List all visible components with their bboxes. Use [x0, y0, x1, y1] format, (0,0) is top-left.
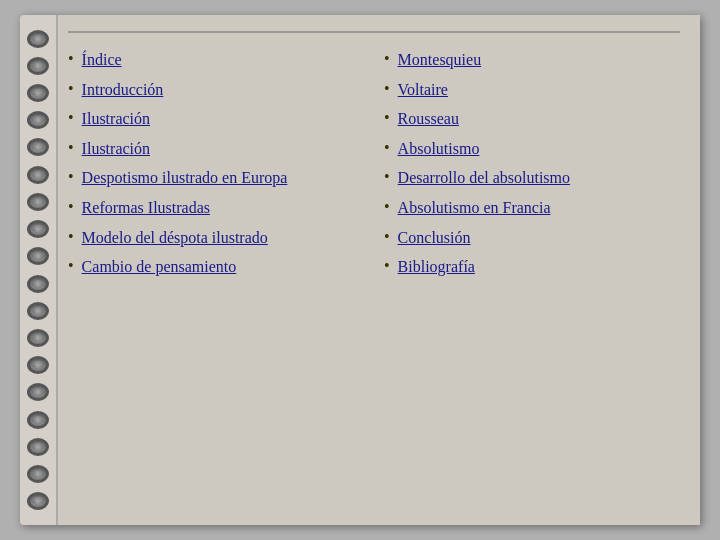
item-label[interactable]: Despotismo ilustrado en Europa [82, 167, 288, 189]
list-item: •Ilustración [68, 138, 364, 160]
item-label[interactable]: Rousseau [398, 108, 459, 130]
item-label[interactable]: Ilustración [82, 138, 150, 160]
spiral-ring [27, 383, 49, 401]
item-label[interactable]: Ilustración [82, 108, 150, 130]
list-item: •Ilustración [68, 108, 364, 130]
list-item: •Reformas Ilustradas [68, 197, 364, 219]
item-label[interactable]: Modelo del déspota ilustrado [82, 227, 268, 249]
spiral-ring [27, 138, 49, 156]
list-item: •Absolutismo en Francia [384, 197, 680, 219]
item-label[interactable]: Bibliografía [398, 256, 475, 278]
bullet-point: • [384, 50, 390, 68]
bullet-point: • [68, 198, 74, 216]
slide: •Índice•Introducción•Ilustración•Ilustra… [20, 15, 700, 525]
bullet-point: • [68, 168, 74, 186]
bullet-point: • [68, 109, 74, 127]
spiral-ring [27, 465, 49, 483]
spiral-ring [27, 302, 49, 320]
bullet-point: • [384, 80, 390, 98]
spiral-ring [27, 57, 49, 75]
item-label[interactable]: Absolutismo en Francia [398, 197, 551, 219]
spiral-ring [27, 275, 49, 293]
spiral-ring [27, 329, 49, 347]
list-item: •Cambio de pensamiento [68, 256, 364, 278]
spiral-ring [27, 411, 49, 429]
bullet-point: • [68, 50, 74, 68]
spiral-ring [27, 30, 49, 48]
list-item: •Conclusión [384, 227, 680, 249]
list-item: •Montesquieu [384, 49, 680, 71]
columns-container: •Índice•Introducción•Ilustración•Ilustra… [68, 39, 680, 505]
left-column: •Índice•Introducción•Ilustración•Ilustra… [68, 49, 364, 505]
list-item: •Rousseau [384, 108, 680, 130]
bullet-point: • [68, 257, 74, 275]
spiral-ring [27, 111, 49, 129]
spiral-ring [27, 356, 49, 374]
bullet-point: • [384, 228, 390, 246]
list-item: •Despotismo ilustrado en Europa [68, 167, 364, 189]
item-label[interactable]: Absolutismo [398, 138, 480, 160]
item-label[interactable]: Voltaire [398, 79, 448, 101]
title-area [68, 25, 680, 33]
bullet-point: • [384, 198, 390, 216]
spiral-ring [27, 166, 49, 184]
item-label[interactable]: Cambio de pensamiento [82, 256, 237, 278]
bullet-point: • [384, 168, 390, 186]
spiral-ring [27, 438, 49, 456]
item-label[interactable]: Reformas Ilustradas [82, 197, 210, 219]
list-item: •Voltaire [384, 79, 680, 101]
item-label[interactable]: Introducción [82, 79, 164, 101]
slide-content: •Índice•Introducción•Ilustración•Ilustra… [56, 15, 700, 525]
bullet-point: • [68, 228, 74, 246]
list-item: •Introducción [68, 79, 364, 101]
spiral-ring [27, 220, 49, 238]
spiral-binding [20, 15, 56, 525]
list-item: •Modelo del déspota ilustrado [68, 227, 364, 249]
spiral-ring [27, 193, 49, 211]
spiral-ring [27, 247, 49, 265]
list-item: •Bibliografía [384, 256, 680, 278]
list-item: •Desarrollo del absolutismo [384, 167, 680, 189]
item-label[interactable]: Conclusión [398, 227, 471, 249]
right-column: •Montesquieu•Voltaire•Rousseau•Absolutis… [384, 49, 680, 505]
item-label[interactable]: Montesquieu [398, 49, 482, 71]
list-item: •Índice [68, 49, 364, 71]
list-item: •Absolutismo [384, 138, 680, 160]
bullet-point: • [384, 109, 390, 127]
bullet-point: • [68, 80, 74, 98]
bullet-point: • [384, 139, 390, 157]
spiral-ring [27, 84, 49, 102]
item-label[interactable]: Índice [82, 49, 122, 71]
bullet-point: • [384, 257, 390, 275]
spiral-ring [27, 492, 49, 510]
item-label[interactable]: Desarrollo del absolutismo [398, 167, 570, 189]
bullet-point: • [68, 139, 74, 157]
